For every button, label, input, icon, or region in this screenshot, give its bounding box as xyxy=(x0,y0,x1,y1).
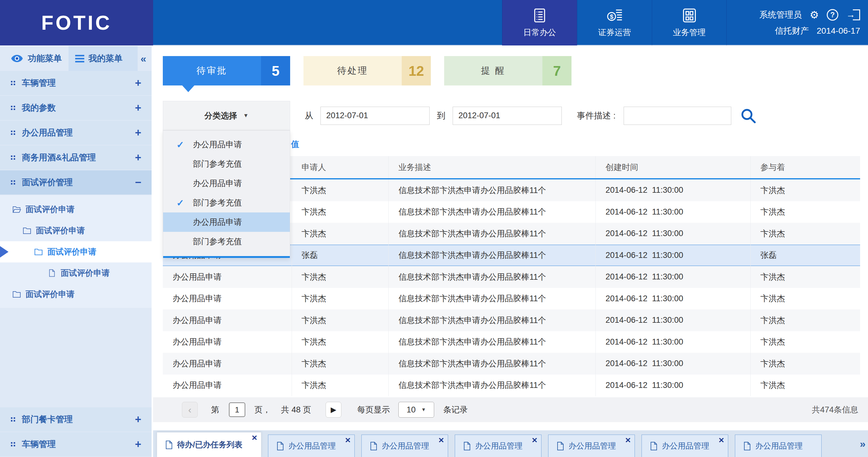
file-icon xyxy=(556,442,564,451)
cell-applicant: 卞洪杰 xyxy=(292,309,389,331)
sidebar-menu-item[interactable]: 办公用品管理 + xyxy=(0,121,152,145)
nav-tab-securities-ops[interactable]: $ 证券运营 xyxy=(577,0,652,45)
prev-page-button[interactable]: ‹ xyxy=(182,402,198,418)
table-row[interactable]: 办公用品申请 卞洪杰 信息技术部卞洪杰申请办公用品胶棒11个 2014-06-1… xyxy=(163,374,860,396)
to-date-input[interactable] xyxy=(453,107,562,125)
sidebar-collapse-button[interactable]: « xyxy=(136,46,150,71)
per-page-value: 10 xyxy=(407,405,416,415)
document-tab[interactable]: 办公用品管理 ✕ xyxy=(455,434,541,457)
sidebar-menu-item[interactable]: 车辆管理 + xyxy=(0,71,152,95)
tab-label: 办公用品管理 xyxy=(568,440,616,451)
tab-label: 办公用品管理 xyxy=(382,440,429,451)
sidebar-menu-item[interactable]: 我的参数 + xyxy=(0,96,152,120)
table-row[interactable]: 办公用品申请 卞洪杰 信息技术部卞洪杰申请办公用品胶棒11个 2014-06-1… xyxy=(163,331,860,353)
tab-function-menu[interactable]: 功能菜单 xyxy=(0,46,68,71)
check-icon: ✓ xyxy=(177,139,189,150)
from-date-input[interactable] xyxy=(320,107,430,125)
column-header-description: 业务描述 xyxy=(389,156,596,178)
close-icon[interactable]: ✕ xyxy=(531,436,537,445)
tab-overflow-icon[interactable]: » xyxy=(860,438,866,450)
tree-node[interactable]: 面试评价申请 xyxy=(0,199,152,220)
tree-node[interactable]: 面试评价申请 xyxy=(0,220,152,241)
dropdown-item[interactable]: ✓ 部门参考充值 xyxy=(163,232,290,251)
cell-applicant: 卞洪杰 xyxy=(292,223,389,244)
cell-description: 信息技术部卞洪杰申请办公用品胶棒11个 xyxy=(389,223,596,244)
document-tab[interactable]: 办公用品管理 ✕ xyxy=(548,434,635,457)
tree-node[interactable]: 面试评价申请 xyxy=(0,262,152,284)
cell-description: 信息技术部卞洪杰申请办公用品胶棒11个 xyxy=(389,179,596,201)
partial-link-text[interactable]: 值 xyxy=(291,139,299,150)
dropdown-item[interactable]: ✓ 部门参考充值 xyxy=(163,193,290,213)
document-tab[interactable]: 办公用品管理 ✕ xyxy=(362,434,448,457)
table-row[interactable]: 办公用品申请 卞洪杰 信息技术部卞洪杰申请办公用品胶棒11个 2014-06-1… xyxy=(163,288,860,310)
tab-my-menu[interactable]: 我的菜单 xyxy=(68,46,137,71)
total-records-info: 共474条信息 xyxy=(812,404,868,415)
expander-icon[interactable]: + xyxy=(135,127,141,138)
drag-handle-icon xyxy=(11,180,15,185)
close-icon[interactable]: ✕ xyxy=(718,436,724,445)
tree-node-label: 面试评价申请 xyxy=(36,225,85,236)
document-tab[interactable]: 办公用品管理 ✕ xyxy=(268,434,355,457)
logout-icon[interactable]: → xyxy=(846,9,860,21)
dropdown-item[interactable]: ✓ 部门参考充值 xyxy=(163,154,290,174)
close-icon[interactable]: ✕ xyxy=(345,436,351,445)
close-icon[interactable]: ✕ xyxy=(251,434,257,442)
gear-icon[interactable]: ⚙ xyxy=(810,10,819,20)
sidebar-menu-top: 车辆管理 + 我的参数 + 办公用品管理 + 商务用酒&礼品管理 xyxy=(0,71,152,195)
tree-node[interactable]: 面试评价申请 xyxy=(0,284,152,305)
tab-label: 办公用品管理 xyxy=(475,440,522,451)
nav-tab-business-mgmt[interactable]: 业务管理 xyxy=(652,0,727,45)
dropdown-item[interactable]: ✓ 办公用品申请 xyxy=(163,135,290,154)
category-select-label: 分类选择 xyxy=(204,110,237,121)
sidebar-menu-item[interactable]: 商务用酒&礼品管理 + xyxy=(0,145,152,170)
help-icon[interactable]: ? xyxy=(827,9,838,21)
expander-icon[interactable]: + xyxy=(135,439,141,450)
cell-type: 办公用品申请 xyxy=(163,374,292,396)
cell-applicant: 卞洪杰 xyxy=(292,374,389,396)
tree-node-label: 面试评价申请 xyxy=(26,289,74,300)
sidebar-menu-item[interactable]: 面试评价管理 − xyxy=(0,170,152,195)
document-tab[interactable]: 办公用品管理 xyxy=(735,434,822,457)
eye-icon xyxy=(11,55,23,62)
document-tab[interactable]: 办公用品管理 ✕ xyxy=(642,434,728,457)
card-reminder[interactable]: 提 醒 7 xyxy=(444,56,571,86)
close-icon[interactable]: ✕ xyxy=(625,436,631,445)
card-pending-process[interactable]: 待处理 12 xyxy=(304,56,431,86)
drag-handle-icon xyxy=(11,442,15,447)
document-tab[interactable]: 待办/已办任务列表 ✕ xyxy=(157,432,261,457)
card-label: 提 醒 xyxy=(444,56,542,86)
table-row[interactable]: 办公用品申请 卞洪杰 信息技术部卞洪杰申请办公用品胶棒11个 2014-06-1… xyxy=(163,353,860,374)
card-pending-approval[interactable]: 待审批 5 xyxy=(163,56,290,86)
nav-tab-daily-office[interactable]: 日常办公 xyxy=(502,0,577,45)
category-select[interactable]: 分类选择 ▼ xyxy=(163,101,290,130)
expander-icon[interactable]: + xyxy=(135,152,141,163)
table-row[interactable]: 办公用品申请 卞洪杰 信息技术部卞洪杰申请办公用品胶棒11个 2014-06-1… xyxy=(163,266,860,288)
logo: FOTIC xyxy=(0,0,153,45)
next-page-button[interactable]: ▶ xyxy=(326,402,341,418)
page-number-input[interactable]: 1 xyxy=(229,402,245,417)
expander-icon[interactable]: − xyxy=(135,177,141,188)
folder-icon xyxy=(34,248,43,256)
column-header-participant: 参与着 xyxy=(751,156,860,178)
folder-open-icon xyxy=(12,205,21,214)
search-icon[interactable] xyxy=(740,108,756,124)
per-page-select[interactable]: 10 ▼ xyxy=(398,402,434,418)
table-row[interactable]: 办公用品申请 卞洪杰 信息技术部卞洪杰申请办公用品胶棒11个 2014-06-1… xyxy=(163,309,860,331)
close-icon[interactable]: ✕ xyxy=(438,436,444,445)
dropdown-item[interactable]: ✓ 办公用品申请 xyxy=(163,213,290,232)
sidebar-menu-item[interactable]: 车辆管理 + xyxy=(0,432,152,456)
expander-icon[interactable]: + xyxy=(135,102,141,113)
folder-icon xyxy=(12,290,21,298)
cell-applicant: 卞洪杰 xyxy=(292,288,389,310)
expander-icon[interactable]: + xyxy=(135,414,141,425)
file-icon xyxy=(743,442,751,451)
card-count: 12 xyxy=(402,56,431,86)
event-desc-input[interactable] xyxy=(624,107,731,125)
dropdown-item[interactable]: ✓ 办公用品申请 xyxy=(163,174,290,193)
dropdown-item-label: 部门参考充值 xyxy=(193,197,242,208)
expander-icon[interactable]: + xyxy=(135,77,141,89)
nav-tab-label: 业务管理 xyxy=(673,27,706,38)
tree-node-selected[interactable]: 面试评价申请 xyxy=(0,241,152,262)
cell-type: 办公用品申请 xyxy=(163,331,292,353)
sidebar-menu-item[interactable]: 部门餐卡管理 + xyxy=(0,407,152,431)
